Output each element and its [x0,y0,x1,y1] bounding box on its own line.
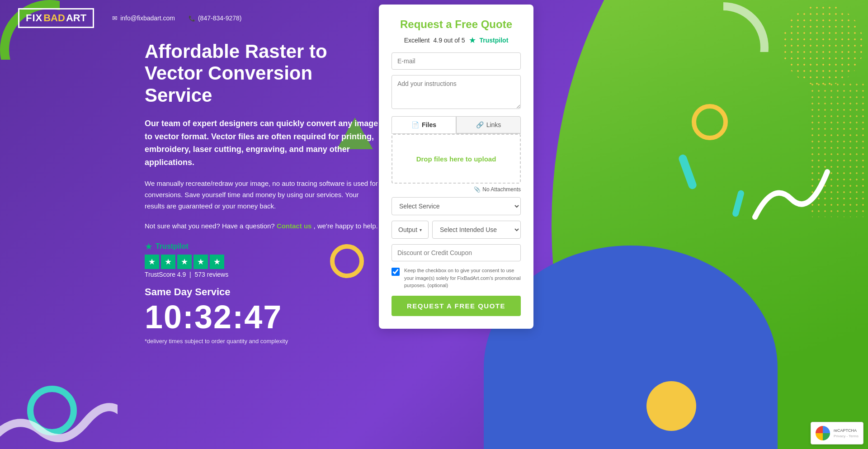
logo-bad: BAD [43,12,65,24]
sub2-prefix: Not sure what you need? Have a question? [145,222,275,230]
submit-button[interactable]: REQUEST A FREE QUOTE [392,296,521,316]
tab-files[interactable]: 📄 Files [392,116,456,133]
left-content: Affordable Raster to Vector Conversion S… [145,41,380,345]
recaptcha-text: reCAPTCHA Privacy - Terms [834,428,859,439]
coupon-input[interactable] [392,244,521,261]
consent-checkbox[interactable] [392,268,400,276]
email-input[interactable] [392,52,521,70]
mail-icon [112,14,118,22]
recaptcha-badge: reCAPTCHA Privacy - Terms [811,422,863,444]
output-arrow-icon: ▾ [420,227,422,232]
tab-links-label: Links [486,121,501,128]
tp-star-row: ★ ★ ★ ★ ★ [145,255,380,269]
email-link[interactable]: info@fixbadart.com [112,14,175,22]
consent-row: Keep the checkbox on to give your consen… [392,267,521,289]
output-button[interactable]: Output ▾ [392,221,429,239]
service-select[interactable]: Select Service Vector Conversion Logo Re… [392,197,521,215]
tab-links[interactable]: 🔗 Links [456,116,521,133]
trustscore-text: TrustScore 4.9 [145,271,186,278]
tp-brand: ★ Trustpilot [145,241,380,252]
service-group: Select Service Vector Conversion Logo Re… [392,197,521,215]
no-attachments-text: No Attachments [482,186,521,193]
instructions-group [392,75,521,111]
logo-art: ART [66,12,86,24]
phone-text: (847-834-9278) [198,14,242,22]
delivery-note: *delivery times subject to order quantit… [145,338,380,345]
tp-star-3: ★ [177,255,192,269]
tp-logo-text: Trustpilot [156,242,189,250]
intended-use-select[interactable]: Select Intended Use Printing Embroidery … [432,221,521,239]
main-sub2: Not sure what you need? Have a question?… [145,221,380,232]
coupon-group [392,244,521,261]
rating-excellent: Excellent [404,37,430,44]
tp-star-1: ★ [145,255,159,269]
drop-zone[interactable]: Drop files here to upload [392,134,521,184]
phone-icon [189,14,195,22]
output-label: Output [398,226,417,233]
tp-score: TrustScore 4.9 | 573 reviews [145,271,380,278]
same-day-label: Same Day Service [145,286,380,298]
email-group [392,52,521,70]
deco-squiggle [746,145,845,226]
file-icon: 📄 [411,121,419,128]
rating-score: 4.9 out of 5 [433,37,465,44]
contact-us-link[interactable]: Contact us [277,222,312,230]
main-desc: Our team of expert designers can quickly… [145,117,380,169]
drop-zone-text: Drop files here to upload [416,155,496,163]
instructions-textarea[interactable] [392,75,521,109]
deco-wave [0,395,118,449]
phone-link[interactable]: (847-834-9278) [189,14,242,22]
recaptcha-logo-icon [816,426,830,440]
trustpilot-star-icon: ★ [469,35,476,45]
tp-star-2: ★ [161,255,175,269]
quote-rating: Excellent 4.9 out of 5 ★ Trustpilot [392,35,521,45]
quote-card: Request a Free Quote Excellent 4.9 out o… [379,5,533,329]
deco-circle-gold [692,104,728,140]
sub2-suffix: , we're happy to help. [314,222,378,230]
tab-files-label: Files [422,121,436,128]
paperclip-icon: 📎 [474,186,481,193]
deco-circle-yellow-bottom [646,381,696,431]
trustpilot-area: ★ Trustpilot ★ ★ ★ ★ ★ TrustScore 4.9 | … [145,241,380,278]
quote-title: Request a Free Quote [392,18,521,31]
tp-star-5: ★ [210,255,224,269]
output-row: Output ▾ Select Intended Use Printing Em… [392,221,521,239]
reviews-text: 573 reviews [195,271,229,278]
main-title: Affordable Raster to Vector Conversion S… [145,41,380,106]
email-text: info@fixbadart.com [120,14,175,22]
no-attachments: 📎 No Attachments [392,186,521,193]
tp-star-4: ★ [193,255,208,269]
trustpilot-link[interactable]: Trustpilot [480,37,509,44]
countdown-timer: 10:32:47 [145,301,380,333]
link-icon: 🔗 [476,121,484,128]
logo[interactable]: FIXBADART [18,8,94,28]
tab-bar: 📄 Files 🔗 Links [392,116,521,134]
logo-fix: FIX [26,12,42,24]
consent-text: Keep the checkbox on to give your consen… [404,267,521,289]
main-sub1: We manually recreate/redraw your image, … [145,178,380,212]
header-contact: info@fixbadart.com (847-834-9278) [112,14,241,22]
